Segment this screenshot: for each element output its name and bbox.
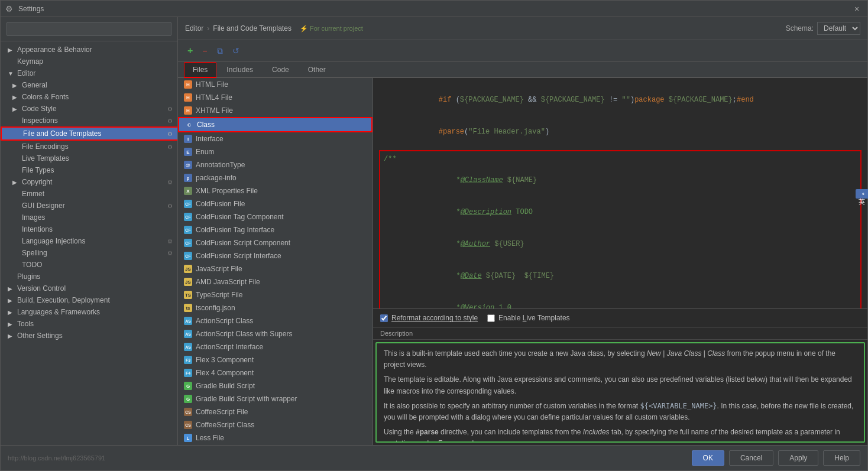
sidebar-item-editor[interactable]: ▼ Editor [1, 67, 177, 79]
file-item-html4[interactable]: H HTML4 File [178, 91, 373, 104]
sidebar-item-plugins[interactable]: Plugins [1, 271, 177, 282]
tab-includes[interactable]: Includes [218, 62, 262, 77]
sidebar-item-todo[interactable]: TODO [1, 259, 177, 271]
file-item-amd-javascript[interactable]: JS AMD JavaScript File [178, 275, 373, 288]
file-item-coffeescript-class[interactable]: CS CoffeeScript Class [178, 418, 373, 431]
sidebar-item-other-settings[interactable]: ▶ Other Settings [1, 330, 177, 342]
code-line-javadoc-desc: *@Description TODO [384, 196, 857, 228]
sidebar-item-label: Tools [17, 320, 173, 328]
file-item-less[interactable]: L Less File [178, 431, 373, 444]
less-icon: L [184, 434, 192, 442]
tab-code[interactable]: Code [263, 62, 298, 77]
file-item-name: ColdFusion File [196, 200, 245, 208]
code-line-javadoc-version: *@Version 1.0 [384, 292, 857, 308]
file-item-interface[interactable]: I Interface [178, 132, 373, 145]
file-item-html[interactable]: H HTML File [178, 78, 373, 91]
file-item-gradle[interactable]: G Gradle Build Script [178, 379, 373, 392]
sidebar-item-label: Intentions [22, 225, 173, 233]
sidebar-item-colors-fonts[interactable]: ▶ Colors & Fonts [1, 91, 177, 103]
sidebar-item-gui-designer[interactable]: GUI Designer ⚙ [1, 200, 177, 212]
desc-para-2: The template is editable. Along with Jav… [384, 374, 857, 397]
file-item-actionscript-interface[interactable]: AS ActionScript Interface [178, 340, 373, 353]
translate-button[interactable]: 英* [856, 189, 867, 199]
file-item-flex4[interactable]: F4 Flex 4 Component [178, 366, 373, 379]
file-item-tsconfig[interactable]: ts tsconfig.json [178, 301, 373, 314]
schema-select[interactable]: Default [817, 22, 860, 35]
reformat-checkbox[interactable] [380, 314, 388, 322]
enable-live-checkbox-label[interactable]: Enable Live Templates [487, 314, 570, 322]
sidebar-item-tools[interactable]: ▶ Tools [1, 318, 177, 330]
cancel-button[interactable]: Cancel [729, 450, 773, 466]
sidebar-item-copyright[interactable]: ▶ Copyright ⚙ [1, 176, 177, 188]
copy-template-button[interactable]: ⧉ [213, 44, 226, 58]
sidebar-item-intentions[interactable]: Intentions [1, 223, 177, 235]
sidebar-item-file-encodings[interactable]: File Encodings ⚙ [1, 141, 177, 152]
ok-button[interactable]: OK [692, 450, 724, 466]
file-item-cf-tag-comp[interactable]: CF ColdFusion Tag Component [178, 210, 373, 223]
tsconfig-icon: ts [184, 304, 192, 312]
settings-icon-small: ⚙ [167, 238, 173, 245]
sidebar-item-appearance[interactable]: ▶ Appearance & Behavior [1, 44, 177, 56]
reformat-checkbox-label[interactable]: Reformat according to style [380, 314, 478, 322]
file-item-actionscript-supers[interactable]: AS ActionScript Class with Supers [178, 327, 373, 340]
sidebar-item-label: Language Injections [22, 237, 167, 245]
expand-arrow: ▼ [8, 70, 15, 77]
reset-template-button[interactable]: ↺ [229, 44, 243, 57]
sidebar-item-emmet[interactable]: Emmet [1, 188, 177, 200]
for-current-project-badge: ⚡ For current project [300, 25, 363, 33]
code-editor[interactable]: #if (${PACKAGE_NAME} && ${PACKAGE_NAME} … [373, 78, 867, 308]
file-item-actionscript-class[interactable]: AS ActionScript Class [178, 314, 373, 327]
sidebar-item-code-style[interactable]: ▶ Code Style ⚙ [1, 103, 177, 115]
add-template-button[interactable]: + [184, 44, 196, 58]
sidebar-item-general[interactable]: ▶ General [1, 79, 177, 91]
tab-other[interactable]: Other [299, 62, 335, 77]
sidebar-item-inspections[interactable]: Inspections ⚙ [1, 115, 177, 126]
sidebar-item-languages-frameworks[interactable]: ▶ Languages & Frameworks [1, 306, 177, 318]
close-button[interactable]: × [851, 3, 863, 15]
file-item-enum[interactable]: E Enum [178, 145, 373, 158]
remove-template-button[interactable]: − [199, 44, 210, 57]
settings-icon-small: ⚙ [167, 144, 173, 150]
file-item-name: CoffeeScript Class [196, 421, 254, 429]
file-item-coffeescript[interactable]: CS CoffeeScript File [178, 405, 373, 418]
expand-arrow: ▶ [8, 297, 15, 304]
settings-icon-small: ⚙ [167, 118, 173, 124]
sidebar-item-version-control[interactable]: ▶ Version Control [1, 282, 177, 294]
file-item-annotation[interactable]: @ AnnotationType [178, 158, 373, 171]
cs-file-icon: CS [184, 408, 192, 416]
apply-button[interactable]: Apply [778, 450, 818, 466]
file-item-cf-script-int[interactable]: CF ColdFusion Script Interface [178, 249, 373, 262]
sidebar-item-build-exec[interactable]: ▶ Build, Execution, Deployment [1, 294, 177, 306]
file-item-flex3[interactable]: F3 Flex 3 Component [178, 353, 373, 366]
file-item-xml-properties[interactable]: X XML Properties File [178, 184, 373, 197]
help-button[interactable]: Help [823, 450, 860, 466]
settings-icon-small: ⚙ [167, 131, 173, 137]
file-item-cf-tag-int[interactable]: CF ColdFusion Tag Interface [178, 223, 373, 236]
enable-live-checkbox[interactable] [487, 314, 495, 322]
sidebar-item-live-templates[interactable]: Live Templates [1, 152, 177, 164]
file-item-gradle-wrapper[interactable]: G Gradle Build Script with wrapper [178, 392, 373, 405]
expand-arrow: ▶ [8, 321, 15, 327]
sidebar-item-spelling[interactable]: Spelling ⚙ [1, 247, 177, 259]
file-item-coldfusion[interactable]: CF ColdFusion File [178, 197, 373, 210]
java-interface-icon: I [184, 135, 192, 143]
file-item-package-info[interactable]: p package-info [178, 171, 373, 184]
tab-files[interactable]: Files [184, 62, 216, 78]
settings-icon-small: ⚙ [167, 106, 173, 112]
file-item-class[interactable]: C Class [178, 117, 373, 132]
code-line-1: #if (${PACKAGE_NAME} && ${PACKAGE_NAME} … [379, 84, 861, 116]
file-item-typescript[interactable]: TS TypeScript File [178, 288, 373, 301]
description-label: Description [373, 327, 867, 340]
sidebar-item-file-types[interactable]: File Types [1, 164, 177, 176]
sidebar-item-file-and-code-templates[interactable]: File and Code Templates ⚙ [1, 126, 177, 141]
file-item-cf-script-comp[interactable]: CF ColdFusion Script Component [178, 236, 373, 249]
sidebar-item-language-injections[interactable]: Language Injections ⚙ [1, 235, 177, 247]
file-item-javascript[interactable]: JS JavaScript File [178, 262, 373, 275]
sidebar-item-label: Copyright [22, 178, 167, 186]
search-input[interactable] [7, 22, 171, 36]
sidebar-item-keymap[interactable]: Keymap [1, 56, 177, 67]
file-item-xhtml[interactable]: H XHTML File [178, 104, 373, 117]
cf-tag-comp-icon: CF [184, 213, 192, 221]
sidebar-item-images[interactable]: Images [1, 212, 177, 223]
sidebar-item-label: Code Style [22, 105, 167, 113]
